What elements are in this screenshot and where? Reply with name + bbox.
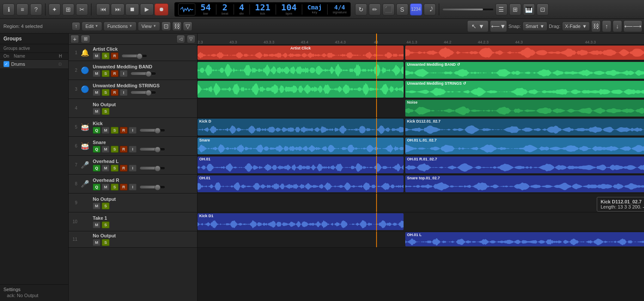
btn-r-1[interactable]: R xyxy=(111,70,118,77)
cycle-button[interactable]: ↻ xyxy=(355,3,367,15)
waveform-row[interactable] xyxy=(197,194,644,212)
fader-knob[interactable] xyxy=(137,53,143,59)
clip[interactable]: Kick D xyxy=(197,119,404,135)
btn-m-3[interactable]: M xyxy=(93,108,100,115)
track-fader[interactable] xyxy=(140,185,165,189)
rewind-button[interactable]: ⏮ xyxy=(96,3,110,15)
track-header-row[interactable]: 7🎤Overhead LQMSRI xyxy=(69,156,197,175)
lr-arrows-btn[interactable]: ⟵⟶ xyxy=(623,20,642,32)
btn-m-1[interactable]: M xyxy=(93,70,100,77)
back-arrow-button[interactable]: ↑ xyxy=(72,22,80,31)
track-fader[interactable] xyxy=(140,166,165,170)
clip[interactable]: Snare xyxy=(197,138,404,154)
waveform-row[interactable]: Artist Click xyxy=(197,45,644,61)
btn-s-10[interactable]: S xyxy=(102,239,109,246)
track-fader[interactable] xyxy=(131,72,156,75)
btn-q-5[interactable]: Q xyxy=(93,146,100,153)
track-fader[interactable] xyxy=(140,129,165,132)
clip[interactable]: Unwanted Meddling BAND ↺ xyxy=(405,62,644,79)
waveform-row[interactable]: OH.01 L xyxy=(197,231,644,248)
btn-i-2[interactable]: I xyxy=(120,89,128,96)
solo-button[interactable]: S xyxy=(396,3,408,15)
track-header-row[interactable]: 3🔵Unwanted Meddling STRINGSMSRI xyxy=(69,80,197,99)
functions-menu-button[interactable]: Functions ▼ xyxy=(103,22,137,31)
clip[interactable]: OH.01 L.01_02.7 xyxy=(405,138,644,154)
snap-dropdown[interactable]: Smart ▼ xyxy=(522,22,547,31)
btn-m-5[interactable]: M xyxy=(102,146,109,153)
clip[interactable]: OH.01 xyxy=(197,157,404,173)
waveform-row[interactable]: Unwanted Meddling STRINGS ↺ xyxy=(197,80,644,99)
btn-m-9[interactable]: M xyxy=(93,221,100,228)
btn-q-7[interactable]: Q xyxy=(93,184,100,190)
edit-menu-button[interactable]: Edit ▼ xyxy=(82,22,102,31)
mixer-button[interactable]: ⊞ xyxy=(509,3,521,15)
waveform-row[interactable]: Kick D1 xyxy=(197,212,644,231)
expand-button[interactable]: ⊡ xyxy=(537,3,549,15)
fader-knob[interactable] xyxy=(146,71,152,77)
track-header-row[interactable]: 4No OutputMS xyxy=(69,99,197,118)
btn-m-7[interactable]: M xyxy=(102,184,109,190)
fader-knob[interactable] xyxy=(155,184,161,190)
track-header-row[interactable]: 6🥁SnareQMSRI xyxy=(69,137,197,156)
grid-button[interactable]: ⊞ xyxy=(62,3,74,15)
track-header-row[interactable]: 9No OutputMS xyxy=(69,194,197,212)
btn-s-4[interactable]: S xyxy=(111,127,118,134)
track-fader[interactable] xyxy=(131,91,156,94)
btn-q-6[interactable]: Q xyxy=(93,165,100,172)
track-header-row[interactable]: 2🔵Unwanted Meddling BANDMSRI xyxy=(69,61,197,80)
btn-m-6[interactable]: M xyxy=(102,165,109,172)
hide-btn[interactable]: ◁ xyxy=(176,35,185,43)
btn-r-7[interactable]: R xyxy=(120,184,128,190)
clip[interactable]: Unwanted Meddling STRINGS ↺ xyxy=(405,81,644,98)
link-icon-btn[interactable]: ⛓ xyxy=(591,20,601,32)
stop-square-button[interactable]: ⬛ xyxy=(383,3,395,15)
btn-m-8[interactable]: M xyxy=(93,203,100,209)
btn-i-7[interactable]: I xyxy=(129,184,137,190)
clip[interactable]: OH.01 L xyxy=(405,232,644,246)
folder-btn[interactable]: ⊞ xyxy=(81,35,90,43)
fader-knob[interactable] xyxy=(155,147,161,153)
clip[interactable] xyxy=(197,62,404,79)
btn-r-2[interactable]: R xyxy=(111,89,118,96)
filter-button[interactable]: ▽ xyxy=(183,22,192,31)
waveform-row[interactable]: Snare OH.01 L.01_02.7 xyxy=(197,137,644,156)
track-header-row[interactable]: 5🥁KickQMSRI xyxy=(69,118,197,137)
fader-knob[interactable] xyxy=(155,166,161,172)
waveform-row[interactable]: OH.01 OH.01 R.01_02.7 xyxy=(197,156,644,175)
btn-m-4[interactable]: M xyxy=(102,127,109,134)
down-arrow-btn[interactable]: ↓ xyxy=(613,20,622,32)
btn-m-2[interactable]: M xyxy=(93,89,100,96)
arrow-tool[interactable]: ⟵▼ xyxy=(490,20,507,32)
pencil-button[interactable]: ✏ xyxy=(369,3,381,15)
btn-i-1[interactable]: I xyxy=(120,70,128,77)
metronome-button[interactable]: 𝅘𝅥𝅮 xyxy=(424,3,436,15)
btn-s-7[interactable]: S xyxy=(111,184,118,190)
view-menu-button[interactable]: View ▼ xyxy=(138,22,161,31)
clip[interactable]: Snare top.01_02.7 xyxy=(405,175,644,192)
piano-button[interactable]: 🎹 xyxy=(523,3,535,15)
track-content[interactable]: 43.2.343.343.3.343.443.4.34444.1.344.244… xyxy=(197,34,644,301)
help-button[interactable]: ? xyxy=(30,3,42,15)
btn-i-6[interactable]: I xyxy=(129,165,137,172)
play-button[interactable]: ▶ xyxy=(140,3,154,15)
pointer-tool[interactable]: ↖ ▼ xyxy=(467,20,489,32)
track-header-row[interactable]: 1🔔Artist ClickMSR xyxy=(69,45,197,61)
btn-r-5[interactable]: R xyxy=(120,146,128,153)
btn-s-6[interactable]: S xyxy=(111,165,118,172)
btn-m-10[interactable]: M xyxy=(93,239,100,246)
btn-i-5[interactable]: I xyxy=(129,146,137,153)
btn-s-0[interactable]: S xyxy=(102,52,109,59)
waveform-row[interactable]: Noise xyxy=(197,99,644,118)
track-fader[interactable] xyxy=(140,147,165,151)
clip[interactable]: Kick D112.01_02.7 xyxy=(405,119,644,135)
record-button[interactable]: ⏺ xyxy=(155,3,168,15)
list-button[interactable]: ≡ xyxy=(16,3,28,15)
btn-s-9[interactable]: S xyxy=(102,221,109,228)
track-header-row[interactable]: 10Take 1MS xyxy=(69,212,197,231)
btn-r-4[interactable]: R xyxy=(120,127,128,134)
scissors-button[interactable]: ✂ xyxy=(76,3,88,15)
btn-r-0[interactable]: R xyxy=(111,52,118,59)
crop-button[interactable]: ⊡ xyxy=(161,22,171,31)
waveform-row[interactable]: Unwanted Meddling BAND ↺ xyxy=(197,61,644,80)
btn-s-2[interactable]: S xyxy=(102,89,109,96)
